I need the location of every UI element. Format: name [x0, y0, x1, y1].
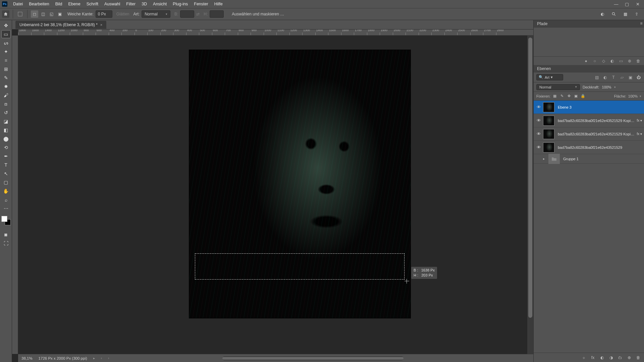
menu-schrift[interactable]: Schrift	[84, 2, 101, 6]
frame-tool-icon[interactable]: ⊞	[1, 65, 11, 73]
menu-datei[interactable]: Datei	[10, 2, 26, 6]
layer-visibility-icon[interactable]: 👁	[536, 145, 542, 150]
zoom-tool-icon[interactable]: ⌕	[1, 196, 11, 204]
layer-fx-icon[interactable]: fx	[590, 355, 595, 360]
document-tab-close-icon[interactable]: ×	[100, 23, 102, 27]
feather-input[interactable]: 0 Px	[96, 10, 112, 18]
layer-kind-filter[interactable]: 🔍 Art ▾	[536, 74, 563, 80]
panel-menu-icon[interactable]: ≡	[639, 20, 644, 27]
marquee-tool-icon[interactable]: ▭	[1, 30, 11, 38]
foreground-color-swatch[interactable]	[1, 216, 7, 222]
layer-visibility-icon[interactable]: 👁	[536, 118, 542, 123]
menu-filter[interactable]: Filter	[123, 2, 139, 6]
filter-smart-icon[interactable]: ▣	[628, 75, 633, 80]
selection-add-icon[interactable]: ◫	[39, 10, 47, 18]
layer-mask-icon[interactable]: ◐	[599, 355, 604, 360]
filter-adjust-icon[interactable]: ◐	[602, 75, 608, 80]
magic-wand-tool-icon[interactable]: ✦	[1, 48, 11, 56]
dodge-tool-icon[interactable]: ⟲	[1, 143, 11, 152]
layer-row[interactable]: 👁bad7ba82c60283ba0f21e62e43521529 Kopie …	[534, 127, 644, 141]
document-tab[interactable]: Unbenannt-2 bei 38,1% (Ebene 3, RGB/8) *…	[15, 21, 106, 29]
share-icon[interactable]: ⇪	[633, 11, 640, 17]
blur-tool-icon[interactable]: ⬤	[1, 135, 11, 143]
horizontal-ruler[interactable]: 1800160014001200100080060040020001002003…	[18, 29, 533, 36]
tool-preset-icon[interactable]	[16, 10, 24, 18]
path-stroke-icon[interactable]: ○	[592, 59, 597, 63]
layer-name[interactable]: bad7ba82c60283ba0f21e62e43521529 Kopie 3	[558, 132, 635, 136]
fill-value[interactable]: 100%	[628, 94, 638, 98]
document-info[interactable]: 1726 Px x 2000 Px (300 ppi)	[39, 356, 87, 360]
layer-fx-indicator-icon[interactable]: fx ▾	[637, 119, 642, 122]
filter-toggle-icon[interactable]: ⏻	[636, 75, 641, 80]
screenmode-tool-icon[interactable]: ⛶	[1, 239, 11, 247]
edit-toolbar-icon[interactable]: ⋯	[1, 204, 11, 213]
brush-tool-icon[interactable]: 🖌	[1, 91, 11, 99]
docinfo-next-icon[interactable]: ›	[108, 356, 109, 360]
menu-ansicht[interactable]: Ansicht	[150, 2, 170, 6]
search-icon[interactable]	[610, 11, 617, 17]
eyedropper-tool-icon[interactable]: ✎	[1, 74, 11, 82]
layer-row[interactable]: 👁Ebene 3	[534, 101, 644, 114]
workspace-icon[interactable]: ▦	[622, 11, 629, 17]
color-swatch[interactable]	[1, 216, 11, 225]
lasso-tool-icon[interactable]: ᔕ	[1, 39, 11, 47]
layer-name[interactable]: bad7ba82c60283ba0f21e62e43521529 Kopie 4	[558, 119, 635, 123]
lock-artboard-icon[interactable]: ▣	[574, 94, 578, 98]
path-new-icon[interactable]: ▭	[619, 59, 623, 63]
window-close-icon[interactable]: ✕	[635, 2, 640, 7]
type-tool-icon[interactable]: T	[1, 161, 11, 169]
window-minimize-icon[interactable]: —	[614, 2, 619, 7]
shape-tool-icon[interactable]: ▢	[1, 178, 11, 186]
group-expand-icon[interactable]: ▸	[543, 157, 547, 161]
horizontal-scrollbar[interactable]	[222, 356, 404, 360]
healing-tool-icon[interactable]: ✹	[1, 82, 11, 90]
lock-all-icon[interactable]: 🔒	[581, 94, 585, 98]
selection-new-icon[interactable]: ◻	[31, 10, 38, 18]
pen-tool-icon[interactable]: ✒	[1, 152, 11, 160]
menu-plugins[interactable]: Plug-ins	[170, 2, 191, 6]
selection-intersect-icon[interactable]: ▣	[56, 10, 63, 18]
home-icon[interactable]	[2, 10, 9, 18]
cloud-docs-icon[interactable]: ◐	[599, 11, 606, 17]
layer-row[interactable]: 👁bad7ba82c60283ba0f21e62e43521529	[534, 141, 644, 154]
adjustment-layer-icon[interactable]: ◑	[608, 355, 613, 360]
menu-ebene[interactable]: Ebene	[65, 2, 84, 6]
docinfo-prev-icon[interactable]: ‹	[101, 356, 102, 360]
vertical-ruler[interactable]	[12, 36, 18, 354]
filter-type-icon[interactable]: T	[611, 75, 616, 80]
new-layer-icon[interactable]: ⊕	[627, 355, 632, 360]
vertical-scrollbar[interactable]	[527, 36, 533, 354]
filter-shape-icon[interactable]: ▱	[619, 75, 625, 80]
menu-bearbeiten[interactable]: Bearbeiten	[26, 2, 52, 6]
canvas[interactable]: B : 1638 Px H : 203 Px	[18, 36, 533, 354]
path-mask-icon[interactable]: ◐	[610, 59, 614, 63]
lock-transparency-icon[interactable]: ▦	[552, 94, 557, 98]
lock-pixels-icon[interactable]: ✎	[559, 94, 564, 98]
selection-subtract-icon[interactable]: ◱	[48, 10, 55, 18]
link-layers-icon[interactable]: ⟐	[581, 355, 586, 360]
layer-fx-indicator-icon[interactable]: fx ▾	[637, 132, 642, 136]
delete-layer-icon[interactable]: 🗑	[636, 355, 641, 360]
style-select[interactable]: Normal	[142, 10, 170, 18]
ebenen-panel-tab[interactable]: Ebenen ≡	[534, 65, 644, 72]
path-add-icon[interactable]: ⊕	[627, 59, 632, 63]
lock-position-icon[interactable]: ✥	[567, 94, 571, 98]
hand-tool-icon[interactable]: ✋	[1, 187, 11, 195]
menu-hilfe[interactable]: Hilfe	[211, 2, 226, 6]
blend-mode-select[interactable]: Normal	[536, 84, 580, 90]
window-maximize-icon[interactable]: ▢	[625, 2, 629, 7]
pfade-panel-tab[interactable]: Pfade ≡	[534, 20, 644, 27]
path-delete-icon[interactable]: 🗑	[636, 59, 641, 63]
layer-visibility-icon[interactable]: 👁	[536, 131, 542, 136]
menu-3d[interactable]: 3D	[139, 2, 150, 6]
layer-name[interactable]: Gruppe 1	[563, 157, 642, 161]
path-selection-icon[interactable]: ◇	[601, 59, 606, 63]
crop-tool-icon[interactable]: ⌗	[1, 56, 11, 64]
layer-group-icon[interactable]: 🗀	[618, 355, 623, 360]
layer-row[interactable]: 👁bad7ba82c60283ba0f21e62e43521529 Kopie …	[534, 114, 644, 127]
filter-pixel-icon[interactable]: ▤	[594, 75, 599, 80]
docinfo-arrow-icon[interactable]: ▸	[93, 356, 95, 360]
eraser-tool-icon[interactable]: ◪	[1, 117, 11, 125]
history-brush-tool-icon[interactable]: ↺	[1, 109, 11, 117]
menu-bild[interactable]: Bild	[52, 2, 65, 6]
